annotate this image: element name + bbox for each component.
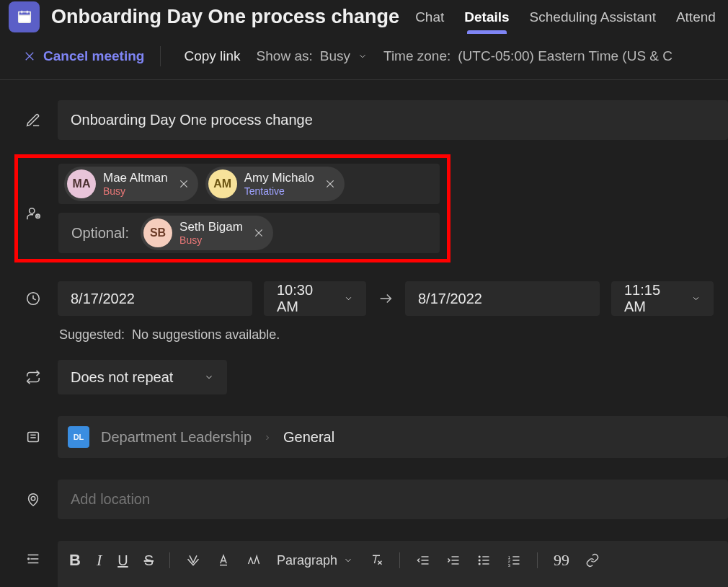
insert-link-button[interactable] [585, 553, 600, 568]
arrow-right-icon [378, 291, 394, 306]
attendees-row: MA Mae Altman Busy AM Amy Michalo Te [0, 150, 728, 267]
separator [537, 552, 538, 568]
italic-button[interactable]: I [97, 551, 102, 570]
attendee-status: Busy [179, 234, 243, 246]
chevron-down-icon [691, 294, 701, 304]
remove-attendee-icon[interactable] [253, 227, 265, 239]
optional-label: Optional: [64, 225, 133, 242]
datetime-row: 8/17/2022 10:30 AM 8/17/2022 11:15 AM [0, 277, 728, 320]
action-bar: Cancel meeting Copy link Show as: Busy T… [0, 33, 728, 80]
chevron-down-icon [204, 372, 214, 382]
location-icon [22, 492, 45, 508]
paragraph-style-dropdown[interactable]: Paragraph [277, 553, 353, 568]
clock-icon [22, 291, 45, 306]
underline-button[interactable]: U [117, 552, 128, 569]
remove-attendee-icon[interactable] [178, 178, 190, 190]
meeting-body-text[interactable]: Work through action items needed to chan… [69, 570, 716, 587]
meeting-form: MA Mae Altman Busy AM Amy Michalo Te [0, 80, 728, 587]
bold-button[interactable]: B [69, 551, 81, 570]
tab-chat[interactable]: Chat [415, 1, 444, 33]
svg-point-36 [479, 563, 480, 565]
increase-indent-button[interactable] [446, 553, 461, 568]
rich-text-editor[interactable]: B I U S Paragraph 123 99 [58, 541, 728, 587]
end-date-input[interactable]: 8/17/2022 [405, 281, 600, 316]
svg-point-6 [30, 208, 35, 213]
font-color-button[interactable] [216, 553, 231, 568]
highlight-button[interactable] [186, 553, 200, 568]
title-row [0, 96, 728, 144]
svg-point-34 [479, 556, 480, 557]
pencil-icon [22, 112, 45, 128]
attendee-name: Mae Altman [103, 171, 168, 185]
tab-details[interactable]: Details [464, 1, 509, 33]
clear-formatting-button[interactable] [369, 553, 383, 568]
required-attendees-input[interactable]: MA Mae Altman Busy AM Amy Michalo Te [58, 164, 440, 204]
calendar-app-icon [9, 1, 40, 32]
cancel-meeting-button[interactable]: Cancel meeting [23, 48, 144, 64]
channel-name: General [283, 429, 334, 446]
tab-scheduling-assistant[interactable]: Scheduling Assistant [530, 1, 656, 33]
chevron-down-icon [343, 555, 353, 565]
description-icon [22, 541, 45, 567]
svg-text:3: 3 [508, 563, 510, 568]
font-size-button[interactable] [247, 553, 261, 568]
attendees-highlight: MA Mae Altman Busy AM Amy Michalo Te [14, 154, 450, 262]
svg-rect-18 [28, 433, 39, 442]
decrease-indent-button[interactable] [416, 553, 430, 568]
separator [160, 46, 161, 66]
show-as-dropdown[interactable]: Show as: Busy [257, 48, 368, 64]
meeting-title-input[interactable] [58, 100, 728, 140]
separator [399, 552, 400, 568]
recurrence-row: Does not repeat [0, 356, 728, 399]
attendee-chip-seth[interactable]: SB Seth Bigam Busy [141, 216, 273, 250]
start-date-input[interactable]: 8/17/2022 [58, 281, 252, 316]
avatar: MA [67, 169, 96, 198]
svg-point-25 [28, 558, 30, 560]
timezone-dropdown[interactable]: Time zone: (UTC-05:00) Eastern Time (US … [383, 48, 672, 64]
channel-picker[interactable]: DL Department Leadership General [58, 416, 728, 458]
attendee-name: Amy Michalo [244, 171, 314, 185]
location-input[interactable] [58, 480, 728, 519]
strikethrough-button[interactable]: S [144, 552, 154, 569]
optional-attendees-input[interactable]: Optional: SB Seth Bigam Busy [58, 213, 440, 253]
chevron-down-icon [358, 51, 368, 61]
people-add-icon [22, 195, 45, 221]
chevron-down-icon [344, 294, 353, 304]
scheduling-suggestions: Suggested: No suggestions available. [0, 320, 728, 348]
svg-point-35 [479, 560, 480, 561]
copy-link-label: Copy link [184, 48, 240, 64]
attendee-chip-amy[interactable]: AM Amy Michalo Tentative [205, 167, 345, 201]
channel-row: DL Department Leadership General [0, 412, 728, 462]
svg-rect-1 [18, 12, 30, 16]
repeat-icon [22, 369, 45, 385]
meeting-header-title: Onboarding Day One process change [51, 6, 399, 28]
show-as-prefix: Show as: [257, 48, 313, 64]
breadcrumb-chevron-icon [263, 429, 272, 446]
attendee-name: Seth Bigam [179, 220, 243, 234]
avatar: SB [143, 219, 172, 247]
tab-attendance[interactable]: Attend [676, 1, 716, 33]
quote-button[interactable]: 99 [554, 551, 569, 570]
team-badge: DL [68, 426, 89, 448]
attendee-status: Tentative [244, 185, 314, 197]
header-tabs: Chat Details Scheduling Assistant Attend [415, 0, 716, 33]
cancel-meeting-label: Cancel meeting [43, 48, 144, 64]
description-row: B I U S Paragraph 123 99 [0, 537, 728, 587]
copy-link-button[interactable]: Copy link [177, 48, 240, 64]
recurrence-dropdown[interactable]: Does not repeat [58, 360, 227, 394]
separator [169, 552, 170, 568]
show-as-value: Busy [320, 48, 350, 64]
svg-point-21 [31, 496, 35, 500]
avatar: AM [208, 169, 237, 198]
end-time-input[interactable]: 11:15 AM [611, 281, 714, 316]
timezone-value: (UTC-05:00) Eastern Time (US & C [458, 48, 672, 64]
remove-attendee-icon[interactable] [324, 178, 336, 190]
bulleted-list-button[interactable] [476, 553, 491, 568]
timezone-prefix: Time zone: [383, 48, 450, 64]
attendee-status: Busy [103, 185, 168, 197]
numbered-list-button[interactable]: 123 [507, 553, 521, 568]
close-icon [23, 50, 36, 63]
start-time-input[interactable]: 10:30 AM [264, 281, 366, 316]
channel-icon [22, 429, 45, 445]
attendee-chip-mae[interactable]: MA Mae Altman Busy [64, 167, 198, 201]
